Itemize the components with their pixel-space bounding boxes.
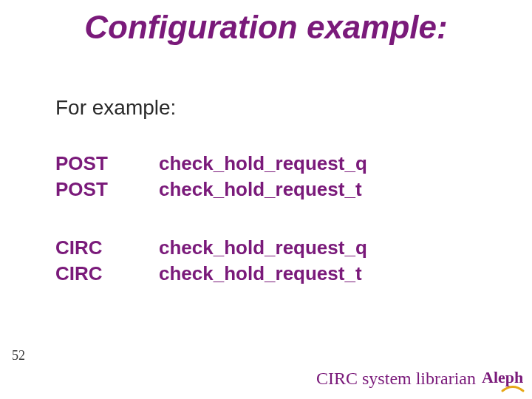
config-key: POST (55, 178, 159, 201)
config-row: POST check_hold_request_q (55, 152, 367, 175)
config-row: CIRC check_hold_request_q (55, 236, 367, 259)
config-key: CIRC (55, 262, 159, 285)
config-row: CIRC check_hold_request_t (55, 262, 367, 285)
footer-text: CIRC system librarian (316, 369, 476, 389)
config-value: check_hold_request_q (159, 152, 367, 175)
slide-subtitle: For example: (55, 96, 176, 120)
slide-title: Configuration example: (0, 9, 532, 46)
slide: Configuration example: For example: POST… (0, 0, 532, 399)
config-key: CIRC (55, 236, 159, 259)
config-row: POST check_hold_request_t (55, 178, 367, 201)
page-number: 52 (12, 348, 25, 364)
aleph-logo-icon: Aleph (480, 366, 529, 393)
logo-swoosh-icon (502, 387, 523, 392)
config-value: check_hold_request_q (159, 236, 367, 259)
config-group-post: POST check_hold_request_q POST check_hol… (55, 152, 367, 204)
config-key: POST (55, 152, 159, 175)
config-value: check_hold_request_t (159, 178, 362, 201)
logo-text: Aleph (482, 368, 523, 386)
config-group-circ: CIRC check_hold_request_q CIRC check_hol… (55, 236, 367, 288)
config-value: check_hold_request_t (159, 262, 362, 285)
